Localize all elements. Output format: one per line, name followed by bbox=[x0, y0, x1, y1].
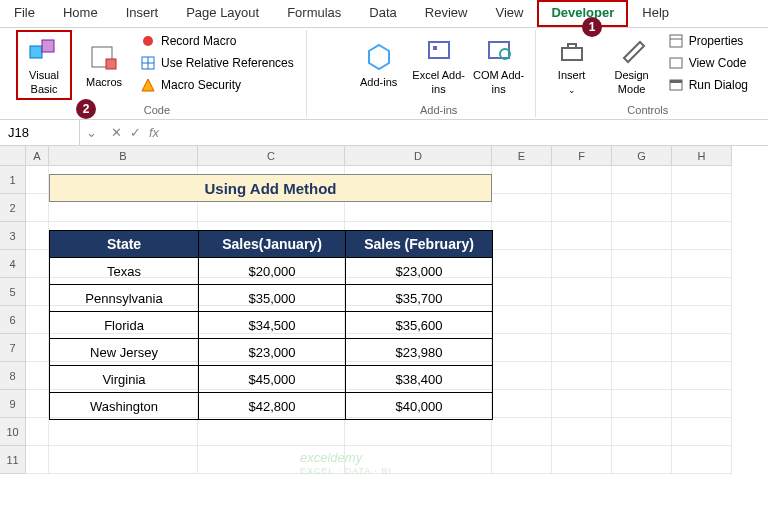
com-addins-icon bbox=[483, 34, 515, 66]
row-header-8[interactable]: 8 bbox=[0, 362, 26, 390]
tab-file[interactable]: File bbox=[0, 0, 49, 27]
use-relative-button[interactable]: Use Relative References bbox=[136, 52, 298, 74]
tab-formulas[interactable]: Formulas bbox=[273, 0, 355, 27]
table-cell[interactable]: $40,000 bbox=[346, 393, 493, 420]
row-header-4[interactable]: 4 bbox=[0, 250, 26, 278]
table-cell[interactable]: Pennsylvania bbox=[50, 285, 199, 312]
table-cell[interactable]: $23,980 bbox=[346, 339, 493, 366]
table-cell[interactable]: $23,000 bbox=[199, 339, 346, 366]
run-dialog-button[interactable]: Run Dialog bbox=[664, 74, 752, 96]
col-header-D[interactable]: D bbox=[345, 146, 492, 166]
name-box-dropdown[interactable]: ⌄ bbox=[80, 125, 103, 140]
addins-icon bbox=[363, 41, 395, 73]
properties-button[interactable]: Properties bbox=[664, 30, 752, 52]
design-mode-button[interactable]: Design Mode bbox=[604, 30, 660, 100]
group-controls: Insert⌄ Design Mode Properties View Code… bbox=[536, 30, 760, 117]
row-header-7[interactable]: 7 bbox=[0, 334, 26, 362]
name-box[interactable]: J18 bbox=[0, 120, 80, 145]
table-cell[interactable]: $34,500 bbox=[199, 312, 346, 339]
tab-view[interactable]: View bbox=[481, 0, 537, 27]
row-header-9[interactable]: 9 bbox=[0, 390, 26, 418]
dialog-icon bbox=[668, 77, 684, 93]
row-header-1[interactable]: 1 bbox=[0, 166, 26, 194]
svg-rect-21 bbox=[670, 80, 682, 83]
svg-rect-1 bbox=[42, 40, 54, 52]
svg-rect-17 bbox=[670, 35, 682, 47]
macro-security-button[interactable]: Macro Security bbox=[136, 74, 298, 96]
macros-label: Macros bbox=[86, 76, 122, 89]
com-addins-button[interactable]: COM Add-ins bbox=[471, 30, 527, 100]
group-code: Visual Basic Macros Record Macro Use Rel… bbox=[8, 30, 307, 117]
select-all-corner[interactable] bbox=[0, 146, 26, 166]
title-banner: Using Add Method bbox=[49, 174, 492, 202]
table-cell[interactable]: $35,600 bbox=[346, 312, 493, 339]
vb-icon bbox=[28, 34, 60, 66]
table-row: Texas$20,000$23,000 bbox=[50, 258, 493, 285]
fx-icon[interactable]: fx bbox=[149, 125, 159, 140]
svg-marker-16 bbox=[624, 42, 644, 62]
tab-review[interactable]: Review bbox=[411, 0, 482, 27]
enter-icon[interactable]: ✓ bbox=[130, 125, 141, 140]
row-header-11[interactable]: 11 bbox=[0, 446, 26, 474]
chevron-down-icon: ⌄ bbox=[568, 85, 576, 96]
table-row: New Jersey$23,000$23,980 bbox=[50, 339, 493, 366]
warning-icon bbox=[140, 77, 156, 93]
table-row: Washington$42,800$40,000 bbox=[50, 393, 493, 420]
row-header-3[interactable]: 3 bbox=[0, 222, 26, 250]
col-header-H[interactable]: H bbox=[672, 146, 732, 166]
row-header-6[interactable]: 6 bbox=[0, 306, 26, 334]
table-row: Florida$34,500$35,600 bbox=[50, 312, 493, 339]
record-macro-button[interactable]: Record Macro bbox=[136, 30, 298, 52]
table-cell[interactable]: Virginia bbox=[50, 366, 199, 393]
visual-basic-button[interactable]: Visual Basic bbox=[16, 30, 72, 100]
insert-button[interactable]: Insert⌄ bbox=[544, 30, 600, 100]
callout-2: 2 bbox=[76, 99, 96, 119]
group-addins: Add-ins Excel Add-ins COM Add-ins Add-in… bbox=[343, 30, 536, 117]
col-header-E[interactable]: E bbox=[492, 146, 552, 166]
table-cell[interactable]: New Jersey bbox=[50, 339, 199, 366]
svg-marker-9 bbox=[369, 45, 389, 69]
tab-help[interactable]: Help bbox=[628, 0, 683, 27]
properties-icon bbox=[668, 33, 684, 49]
ruler-icon bbox=[616, 34, 648, 66]
table-cell[interactable]: $42,800 bbox=[199, 393, 346, 420]
controls-group-label: Controls bbox=[544, 103, 752, 117]
cancel-icon[interactable]: ✕ bbox=[111, 125, 122, 140]
svg-rect-14 bbox=[562, 48, 582, 60]
tab-page-layout[interactable]: Page Layout bbox=[172, 0, 273, 27]
col-header-A[interactable]: A bbox=[26, 146, 49, 166]
table-cell[interactable]: $45,000 bbox=[199, 366, 346, 393]
tab-insert[interactable]: Insert bbox=[112, 0, 173, 27]
table-cell[interactable]: $38,400 bbox=[346, 366, 493, 393]
macros-button[interactable]: Macros bbox=[76, 30, 132, 100]
col-header-C[interactable]: C bbox=[198, 146, 345, 166]
col-header-B[interactable]: B bbox=[49, 146, 198, 166]
table-cell[interactable]: $35,000 bbox=[199, 285, 346, 312]
svg-point-4 bbox=[143, 36, 153, 46]
column-headers: ABCDEFGH bbox=[26, 146, 732, 166]
row-headers: 1234567891011 bbox=[0, 166, 26, 474]
table-cell[interactable]: Texas bbox=[50, 258, 199, 285]
row-header-2[interactable]: 2 bbox=[0, 194, 26, 222]
view-code-button[interactable]: View Code bbox=[664, 52, 752, 74]
addins-group-label: Add-ins bbox=[351, 103, 527, 117]
col-header-F[interactable]: F bbox=[552, 146, 612, 166]
table-cell[interactable]: Florida bbox=[50, 312, 199, 339]
tab-home[interactable]: Home bbox=[49, 0, 112, 27]
formula-bar: J18 ⌄ ✕ ✓ fx bbox=[0, 120, 768, 146]
code-icon bbox=[668, 55, 684, 71]
code-group-label: Code bbox=[16, 103, 298, 117]
table-cell[interactable]: $35,700 bbox=[346, 285, 493, 312]
watermark: exceldemy bbox=[300, 450, 362, 465]
table-cell[interactable]: $23,000 bbox=[346, 258, 493, 285]
table-cell[interactable]: Washington bbox=[50, 393, 199, 420]
excel-addins-button[interactable]: Excel Add-ins bbox=[411, 30, 467, 100]
row-header-10[interactable]: 10 bbox=[0, 418, 26, 446]
row-header-5[interactable]: 5 bbox=[0, 278, 26, 306]
col-header-G[interactable]: G bbox=[612, 146, 672, 166]
ribbon-tabs: FileHomeInsertPage LayoutFormulasDataRev… bbox=[0, 0, 768, 28]
svg-rect-19 bbox=[670, 58, 682, 68]
tab-data[interactable]: Data bbox=[355, 0, 410, 27]
table-cell[interactable]: $20,000 bbox=[199, 258, 346, 285]
addins-button[interactable]: Add-ins bbox=[351, 30, 407, 100]
